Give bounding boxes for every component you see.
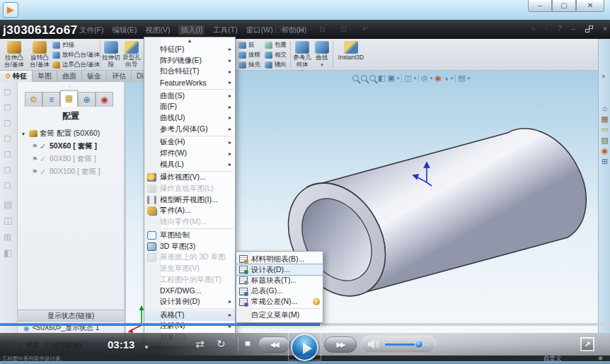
custom-properties-icon[interactable]: ⊞ [602, 157, 608, 165]
search-icon[interactable]: ○ [531, 25, 535, 33]
close-button[interactable]: ✕ [576, 0, 604, 12]
display-states-header[interactable]: 显示状态(链接) [18, 310, 124, 322]
draft-button[interactable]: 拔模 [238, 51, 260, 59]
view-cube-icon[interactable]: ◻ [4, 102, 11, 112]
menu-item-exploded-view[interactable]: 爆炸视图(V)... [144, 172, 235, 184]
view-cube-icon[interactable]: ◻ [4, 133, 11, 143]
restore-button[interactable]: ▢ [552, 0, 576, 12]
appearance-tool-icon[interactable]: ◧ [4, 247, 12, 258]
home-icon[interactable]: ⌂ [255, 25, 259, 33]
sweep-button[interactable]: 扫描 [52, 41, 74, 49]
view-cube-icon[interactable]: ◻ [4, 164, 11, 175]
volume-slider-thumb[interactable] [415, 340, 423, 348]
loft-button[interactable]: 放样凸台/基体 [52, 51, 100, 59]
config-root-row[interactable]: ▾ 套筒 配置 (50X60) [22, 127, 124, 140]
wrap-button[interactable]: 包覆 [265, 41, 287, 49]
file-explorer-icon[interactable]: ▭ [601, 125, 608, 134]
extrude-cut-button[interactable]: 拉伸切除 [101, 40, 121, 68]
annotation-tool-icon[interactable]: ◫ [4, 215, 12, 225]
menu-item-molds[interactable]: 模具(L)▸ [144, 159, 235, 170]
expander-icon[interactable]: ▾ [22, 131, 29, 137]
print-icon[interactable]: ⊡ [340, 25, 346, 33]
resources-home-icon[interactable]: ⌂ [602, 104, 607, 112]
view-cube-icon[interactable]: ◻ [4, 180, 11, 190]
pin-icon[interactable]: ◦ [69, 83, 71, 90]
submenu-item-general-tolerance[interactable]: 常规公差(N)... ? [236, 297, 323, 307]
submenu-item-general-table[interactable]: 总表(G)... [236, 286, 323, 297]
sketch-tool-icon[interactable]: ▤ [4, 199, 12, 210]
submenu-item-customize-menu[interactable]: 自定义菜单(M) [236, 310, 323, 320]
menu-tools[interactable]: 工具(T) [213, 25, 237, 35]
revolve-boss-button[interactable]: 旋转凸台/基体 [27, 40, 52, 68]
play-button[interactable] [291, 334, 318, 361]
submenu-item-title-block-table[interactable]: 标题块表(T)... [236, 275, 323, 286]
taskpane-close-icon[interactable]: × [602, 73, 605, 80]
menu-item-pattern-mirror[interactable]: 阵列/镜像(E)▸ [144, 55, 235, 66]
submenu-item-design-table[interactable]: 设计表(D)... [236, 264, 323, 275]
sw-close-icon[interactable]: × [603, 25, 607, 33]
menu-scroll-up-icon[interactable]: ▲ [144, 37, 235, 44]
extrude-boss-button[interactable]: 拉伸凸台/基体 [1, 40, 27, 68]
seek-bar[interactable] [0, 323, 610, 326]
view-palette-icon[interactable]: ▨ [601, 136, 608, 144]
menu-item-sheetmetal[interactable]: 钣金(H)▸ [144, 137, 235, 148]
configurationmanager-tab-icon[interactable]: ▦ [60, 90, 78, 107]
config-row-active[interactable]: ⚑ ✓ 50X60 [ 套筒 ] [22, 140, 124, 153]
dropdown-arrow-icon[interactable]: ▾ [313, 61, 331, 69]
menu-item-design-study[interactable]: 设计算例(D)▸ [144, 296, 235, 307]
design-library-icon[interactable]: ▦ [601, 115, 608, 123]
minimize-button[interactable]: – [528, 0, 552, 12]
view-cube-icon[interactable]: ◻ [4, 148, 11, 159]
sw-minimize-icon[interactable]: – [572, 25, 576, 33]
menu-item-face[interactable]: 面(F)▸ [144, 101, 235, 112]
curves-button[interactable]: 曲线 ▾ [313, 40, 331, 68]
new-doc-icon[interactable]: ▢ [275, 25, 281, 33]
time-dropdown-icon[interactable]: ▼ [144, 344, 149, 351]
menu-item-features[interactable]: 特征(F)▸ [144, 44, 235, 55]
tab-evaluate[interactable]: 评估 [107, 71, 132, 82]
menu-file[interactable]: 文件(F) [79, 25, 103, 35]
menu-view[interactable]: 视图(V) [145, 25, 170, 35]
config-row[interactable]: ⚑ ✓ 60X80 [ 套筒 ] [22, 153, 124, 165]
menu-item-part[interactable]: 零件(A)... [144, 206, 235, 217]
tab-sketch[interactable]: 草图 [33, 71, 57, 82]
featuremanager-tab-icon[interactable]: ⚙ [25, 92, 42, 107]
mirror-button[interactable]: 镜向 [265, 61, 287, 69]
rib-button[interactable]: 筋 [238, 41, 255, 49]
instant3d-button[interactable]: Instant3D [335, 40, 367, 61]
menu-item-weldments[interactable]: 焊件(W)▸ [144, 148, 235, 159]
displaymanager-tab-icon[interactable]: ◉ [96, 92, 113, 107]
volume-icon[interactable] [368, 339, 380, 349]
boundary-boss-button[interactable]: 边界凸台/基体 [52, 61, 100, 69]
menu-item-featureworks[interactable]: FeatureWorks▸ [144, 77, 235, 88]
config-row[interactable]: ⚑ ✓ 80X100 [ 套筒 ] [22, 165, 124, 178]
propertymanager-tab-icon[interactable]: ≡ [42, 92, 60, 107]
submenu-item-bom[interactable]: 材料明细表(B)... [236, 254, 323, 264]
fullscreen-button[interactable]: ↗ [580, 337, 594, 351]
undo-icon[interactable]: ↶ [362, 25, 368, 33]
stop-button[interactable]: ■ [245, 338, 251, 348]
menu-item-3d-sketch[interactable]: 3D 草图(3) [144, 241, 235, 252]
menu-item-surface[interactable]: 曲面(S)▸ [144, 90, 235, 102]
menu-item-dxf-dwg[interactable]: DXF/DWG... [144, 285, 235, 296]
dimxpertmanager-tab-icon[interactable]: ⊕ [78, 92, 96, 107]
rewind-button[interactable]: ◀◀ [258, 336, 290, 353]
open-icon[interactable]: ▤ [297, 25, 304, 33]
save-icon[interactable]: ⊟ [319, 25, 325, 33]
menu-insert[interactable]: 插入(I) [178, 25, 205, 35]
shuffle-icon[interactable]: ⇄ [195, 338, 205, 351]
fast-forward-button[interactable]: ▶▶ [324, 336, 357, 353]
tab-features[interactable]: ⚙特征 [0, 71, 33, 82]
help-icon[interactable]: ? [558, 25, 562, 33]
repeat-icon[interactable]: ↻ [217, 338, 226, 351]
customize-label[interactable]: 自定义 [543, 355, 562, 363]
reference-geometry-button[interactable]: 参考几何体 ▾ [292, 40, 313, 75]
menu-item-model-break-view[interactable]: 模型断开视图(I)... [144, 194, 235, 206]
tab-sheetmetal[interactable]: 钣金 [82, 71, 107, 82]
sw-restore-icon[interactable] [585, 25, 593, 33]
display-tool-icon[interactable]: ⊞ [4, 232, 11, 242]
intersect-button[interactable]: 相交 [265, 51, 287, 59]
menu-item-curve[interactable]: 曲线(U)▸ [144, 112, 235, 124]
menu-item-tables[interactable]: 表格(T)▸ [144, 310, 235, 321]
menu-item-sketch[interactable]: 草图绘制 [144, 230, 235, 241]
